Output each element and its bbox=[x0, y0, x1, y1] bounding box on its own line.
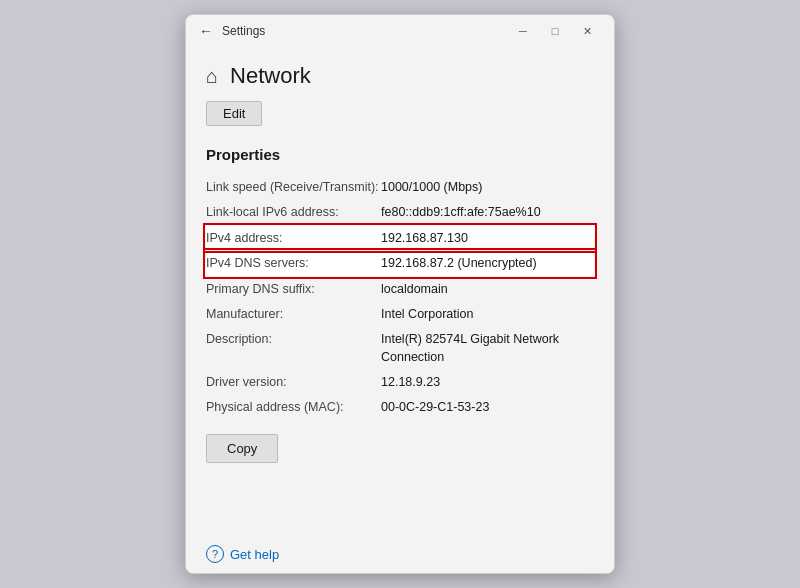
page-title: Network bbox=[230, 63, 311, 89]
back-button[interactable]: ← bbox=[198, 23, 214, 39]
property-label: Physical address (MAC): bbox=[206, 398, 381, 417]
property-row: IPv4 address:192.168.87.130 bbox=[206, 226, 594, 251]
get-help-link[interactable]: ? Get help bbox=[206, 545, 594, 563]
title-bar: ← Settings ─ □ ✕ bbox=[186, 15, 614, 47]
home-icon: ⌂ bbox=[206, 65, 218, 88]
property-value: 1000/1000 (Mbps) bbox=[381, 178, 482, 197]
close-button[interactable]: ✕ bbox=[572, 21, 602, 41]
property-row: Driver version:12.18.9.23 bbox=[206, 370, 594, 395]
settings-window: ← Settings ─ □ ✕ ⌂ Network Edit Properti… bbox=[185, 14, 615, 574]
property-row: Link-local IPv6 address:fe80::ddb9:1cff:… bbox=[206, 200, 594, 225]
property-label: Primary DNS suffix: bbox=[206, 280, 381, 299]
property-row: Primary DNS suffix:localdomain bbox=[206, 277, 594, 302]
property-label: Link-local IPv6 address: bbox=[206, 203, 381, 222]
properties-table: Link speed (Receive/Transmit):1000/1000 … bbox=[206, 175, 594, 420]
property-row: Manufacturer:Intel Corporation bbox=[206, 302, 594, 327]
property-row: Physical address (MAC):00-0C-29-C1-53-23 bbox=[206, 395, 594, 420]
property-value: 12.18.9.23 bbox=[381, 373, 440, 392]
property-label: IPv4 address: bbox=[206, 229, 381, 248]
property-row: IPv4 DNS servers:192.168.87.2 (Unencrypt… bbox=[206, 251, 594, 276]
property-label: Link speed (Receive/Transmit): bbox=[206, 178, 381, 197]
window-controls: ─ □ ✕ bbox=[508, 21, 602, 41]
get-help-label: Get help bbox=[230, 547, 279, 562]
copy-button[interactable]: Copy bbox=[206, 434, 278, 463]
property-value: Intel Corporation bbox=[381, 305, 473, 324]
property-value: Intel(R) 82574L Gigabit Network Connecti… bbox=[381, 330, 594, 368]
edit-button[interactable]: Edit bbox=[206, 101, 262, 126]
help-icon: ? bbox=[206, 545, 224, 563]
property-row: Description:Intel(R) 82574L Gigabit Netw… bbox=[206, 327, 594, 371]
property-value: 192.168.87.130 bbox=[381, 229, 468, 248]
footer: ? Get help bbox=[186, 535, 614, 573]
property-value: 00-0C-29-C1-53-23 bbox=[381, 398, 489, 417]
property-row: Link speed (Receive/Transmit):1000/1000 … bbox=[206, 175, 594, 200]
content-area: ⌂ Network Edit Properties Link speed (Re… bbox=[186, 47, 614, 535]
property-value: fe80::ddb9:1cff:afe:75ae%10 bbox=[381, 203, 541, 222]
window-title: Settings bbox=[222, 24, 508, 38]
properties-section-title: Properties bbox=[206, 146, 594, 163]
minimize-button[interactable]: ─ bbox=[508, 21, 538, 41]
property-label: IPv4 DNS servers: bbox=[206, 254, 381, 273]
property-label: Driver version: bbox=[206, 373, 381, 392]
property-value: localdomain bbox=[381, 280, 448, 299]
maximize-button[interactable]: □ bbox=[540, 21, 570, 41]
property-label: Manufacturer: bbox=[206, 305, 381, 324]
property-label: Description: bbox=[206, 330, 381, 368]
property-value: 192.168.87.2 (Unencrypted) bbox=[381, 254, 537, 273]
page-header: ⌂ Network bbox=[206, 63, 594, 89]
